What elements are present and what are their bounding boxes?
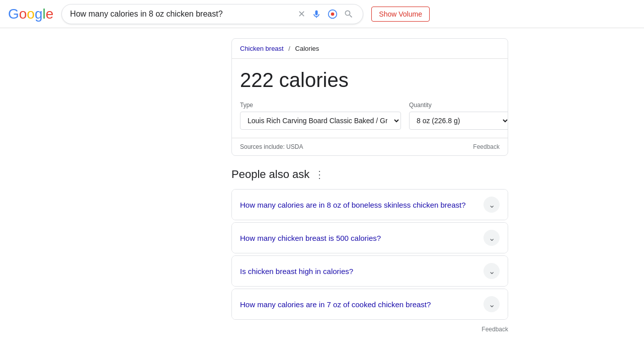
svg-point-1 [331, 12, 335, 16]
paa-item-3: Is chicken breast high in calories? ⌄ [231, 255, 508, 287]
bottom-feedback: Feedback [231, 322, 508, 337]
search-icon [344, 9, 354, 19]
breadcrumb-separator: / [288, 45, 290, 52]
microphone-icon [311, 9, 321, 19]
chevron-down-icon-2: ⌄ [489, 233, 495, 243]
paa-question-4[interactable]: How many calories are in 7 oz of cooked … [232, 289, 508, 319]
paa-question-3[interactable]: Is chicken breast high in calories? ⌄ [232, 256, 508, 286]
breadcrumb-current: Calories [295, 45, 319, 52]
search-bar: ✕ [61, 4, 363, 24]
paa-chevron-2: ⌄ [484, 230, 500, 246]
quantity-selector-group: Quantity 8 oz (226.8 g) [409, 102, 508, 130]
paa-question-text-1: How many calories are in 8 oz of boneles… [240, 201, 466, 209]
logo-g: G [8, 6, 19, 22]
paa-item-1: How many calories are in 8 oz of boneles… [231, 189, 508, 220]
logo-g2: g [35, 6, 43, 22]
paa-item-2: How many chicken breast is 500 calories?… [231, 222, 508, 253]
sources-text: Sources include: USDA [240, 143, 303, 150]
logo-o2: o [27, 6, 35, 22]
x-icon: ✕ [298, 9, 305, 20]
type-label: Type [240, 102, 401, 109]
paa-item-4: How many calories are in 7 oz of cooked … [231, 289, 508, 320]
paa-question-text-3: Is chicken breast high in calories? [240, 267, 353, 276]
google-logo[interactable]: Google [8, 6, 53, 22]
calories-section: 222 calories Type Louis Rich Carving Boa… [232, 59, 508, 138]
main-content: Chicken breast / Calories 222 calories T… [136, 28, 508, 355]
chevron-down-icon-3: ⌄ [489, 266, 495, 276]
bottom-feedback-link[interactable]: Feedback [481, 326, 508, 333]
paa-chevron-3: ⌄ [484, 263, 500, 279]
google-lens-icon [328, 9, 338, 19]
chevron-down-icon-4: ⌄ [489, 300, 495, 309]
paa-question-1[interactable]: How many calories are in 8 oz of boneles… [232, 190, 508, 220]
search-input[interactable] [70, 10, 293, 19]
clear-button[interactable]: ✕ [297, 8, 306, 21]
search-button[interactable] [343, 8, 355, 20]
header: Google ✕ Show Volume [0, 0, 644, 28]
paa-question-text-4: How many calories are in 7 oz of cooked … [240, 300, 431, 309]
quantity-label: Quantity [409, 102, 508, 109]
lens-button[interactable] [327, 8, 339, 20]
paa-menu-icon[interactable]: ⋮ [314, 168, 325, 180]
nutrition-card: Chicken breast / Calories 222 calories T… [231, 38, 508, 156]
logo-e: e [46, 6, 54, 22]
paa-chevron-1: ⌄ [484, 197, 500, 213]
type-selector-group: Type Louis Rich Carving Board Classic Ba… [240, 102, 401, 130]
quantity-select[interactable]: 8 oz (226.8 g) [409, 112, 508, 130]
paa-question-2[interactable]: How many chicken breast is 500 calories?… [232, 223, 508, 253]
calories-value: 222 calories [240, 69, 500, 92]
people-also-ask-section: People also ask ⋮ How many calories are … [231, 168, 508, 337]
type-select[interactable]: Louis Rich Carving Board Classic Baked /… [240, 112, 401, 130]
logo-o1: o [19, 6, 27, 22]
microphone-button[interactable] [310, 8, 323, 20]
show-volume-button[interactable]: Show Volume [371, 7, 430, 22]
paa-header: People also ask ⋮ [231, 168, 508, 181]
paa-title: People also ask [231, 168, 309, 181]
paa-question-text-2: How many chicken breast is 500 calories? [240, 234, 381, 242]
sources-row: Sources include: USDA Feedback [232, 138, 508, 155]
selectors-row: Type Louis Rich Carving Board Classic Ba… [240, 102, 500, 130]
breadcrumb-link[interactable]: Chicken breast [240, 45, 284, 52]
breadcrumb: Chicken breast / Calories [232, 39, 508, 59]
paa-chevron-4: ⌄ [484, 296, 500, 312]
card-feedback-link[interactable]: Feedback [473, 143, 500, 150]
chevron-down-icon-1: ⌄ [489, 200, 495, 210]
